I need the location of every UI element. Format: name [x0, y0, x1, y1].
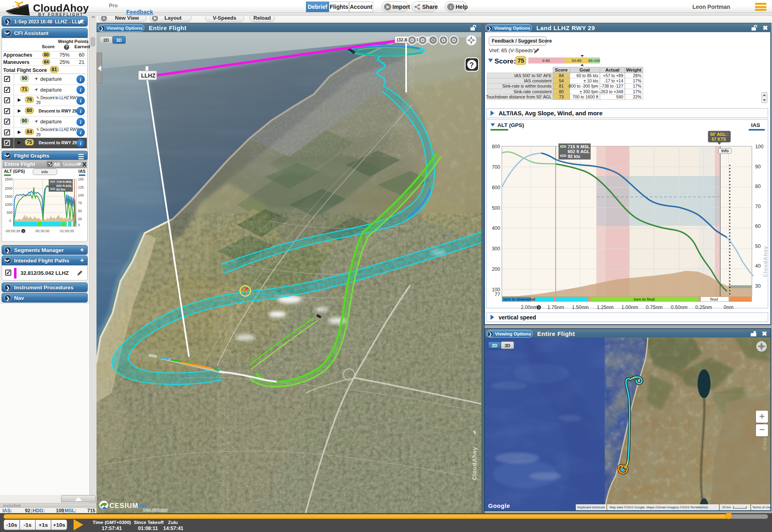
svg-text:Sink-rate is within bounds: Sink-rate is within bounds [502, 84, 552, 88]
svg-text:50: 50 [755, 243, 761, 249]
svg-text:Goal: Goal [579, 68, 590, 72]
svg-text:50' AGL□: 50' AGL□ [710, 132, 729, 137]
svg-text:Actual: Actual [605, 68, 619, 72]
svg-text:00:30:00: 00:30:00 [35, 229, 49, 233]
svg-text:602 ft AGL: 602 ft AGL [568, 149, 590, 154]
svg-text:92 kts: 92 kts [568, 154, 580, 159]
svg-text:800: 800 [492, 144, 500, 149]
svg-text:50-85: 50-85 [572, 58, 582, 63]
svg-text:CloudAhoy: CloudAhoy [471, 446, 478, 480]
svg-text:final: final [710, 297, 718, 301]
svg-text:ALT/IAS, Avg Slope, Wind, and: ALT/IAS, Avg Slope, Wind, and more [499, 110, 603, 117]
svg-text:84: 84 [559, 73, 564, 78]
svg-text:600: 600 [492, 185, 500, 190]
svg-text:Entire Flight: Entire Flight [4, 162, 35, 167]
svg-text:2.00nm: 2.00nm [521, 305, 538, 310]
svg-text:ALT (GPS): ALT (GPS) [4, 169, 25, 174]
svg-text:Info: Info [721, 149, 729, 153]
svg-text:+57 to +89: +57 to +89 [603, 73, 623, 78]
svg-text:100: 100 [78, 193, 84, 197]
svg-text:0nm: 0nm [724, 305, 733, 310]
svg-text:715 ft MSL: 715 ft MSL [56, 180, 72, 184]
svg-text:30: 30 [755, 283, 761, 289]
svg-text:± 300 fpm: ± 300 fpm [579, 89, 598, 94]
svg-text:01:00:00: 01:00:00 [60, 229, 74, 233]
svg-text:602 ft AGL: 602 ft AGL [56, 184, 72, 188]
svg-text:85-100: 85-100 [588, 58, 600, 63]
svg-text:715 ft MSL: 715 ft MSL [568, 144, 590, 149]
svg-text:Weight: Weight [626, 68, 641, 72]
svg-text:17%: 17% [633, 84, 641, 88]
svg-text:125: 125 [78, 185, 84, 189]
svg-text:0.75nm: 0.75nm [646, 305, 663, 310]
svg-text:CESIUM: CESIUM [109, 502, 138, 509]
svg-text:0.25nm: 0.25nm [695, 305, 712, 310]
svg-text:28%: 28% [633, 73, 641, 78]
svg-text:57 KTS: 57 KTS [712, 137, 726, 141]
svg-text:Terms of Use: Terms of Use [752, 505, 770, 509]
svg-text:54: 54 [559, 78, 564, 83]
svg-text:-800 to -300 fpm: -800 to -300 fpm [567, 84, 598, 88]
svg-text:Map data ©2023 Google, Mapa GI: Map data ©2023 Google, Mapa GISrael Imag… [610, 505, 708, 509]
svg-text:81: 81 [559, 84, 564, 88]
svg-text:1000: 1000 [5, 203, 12, 207]
svg-text:90: 90 [755, 164, 761, 170]
svg-text:17%: 17% [633, 89, 641, 94]
svg-text:Google: Google [488, 502, 510, 509]
svg-text:vertical speed: vertical speed [499, 314, 536, 321]
svg-text:-00:00:38: -00:00:38 [5, 229, 20, 233]
svg-text:?: ? [470, 61, 474, 69]
svg-text:-738 to -127: -738 to -127 [600, 84, 623, 88]
svg-text:92 kts: 92 kts [56, 188, 66, 191]
svg-text:Info: Info [41, 170, 48, 174]
svg-text:-2: -2 [8, 219, 11, 223]
svg-text:IAS: IAS [78, 169, 86, 174]
svg-text:LLHZ: LLHZ [141, 72, 156, 79]
svg-text:-263 to +348: -263 to +348 [600, 89, 623, 94]
svg-text:500: 500 [492, 205, 500, 211]
svg-text:Score: Score [555, 68, 568, 72]
svg-text:ALT (GPS): ALT (GPS) [497, 122, 524, 128]
svg-text:1.00nm: 1.00nm [621, 305, 638, 310]
svg-text:2000: 2000 [5, 186, 12, 190]
svg-text:Undock: Undock [63, 162, 79, 167]
svg-text:2500: 2500 [5, 177, 12, 181]
svg-text:590: 590 [616, 94, 623, 99]
svg-text:700: 700 [492, 164, 500, 170]
svg-text:?: ? [538, 306, 540, 310]
svg-text:17%: 17% [633, 78, 641, 83]
svg-text:All: All [54, 162, 60, 167]
svg-text:500: 500 [7, 211, 12, 215]
svg-text:73: 73 [559, 94, 564, 99]
svg-text:turn to downwind: turn to downwind [503, 297, 535, 301]
svg-text:50: 50 [78, 209, 82, 213]
svg-text:80: 80 [559, 89, 564, 94]
svg-text:70: 70 [755, 204, 761, 209]
svg-text:400: 400 [492, 225, 500, 231]
svg-text:BY FOREFLIGHT: BY FOREFLIGHT [38, 12, 84, 17]
svg-text:80: 80 [755, 184, 761, 189]
svg-text:1.25nm: 1.25nm [597, 305, 614, 310]
svg-text:300: 300 [492, 246, 500, 252]
svg-text:IAS 500' to 50' AFE: IAS 500' to 50' AFE [514, 73, 552, 78]
svg-text:100: 100 [755, 144, 764, 149]
svg-text:?: ? [23, 230, 25, 233]
svg-text:1.75nm: 1.75nm [547, 305, 564, 310]
svg-text:700 to 1600 ft: 700 to 1600 ft [573, 94, 598, 99]
svg-text:± 10 kts: ± 10 kts [583, 78, 598, 83]
svg-text:IAS: IAS [751, 122, 760, 128]
svg-text:IAS consistent: IAS consistent [524, 78, 552, 83]
svg-text:Sink-rate consistent: Sink-rate consistent [513, 89, 552, 94]
svg-text:150: 150 [78, 177, 84, 181]
svg-text:Feedback / Suggest Score: Feedback / Suggest Score [492, 38, 552, 44]
svg-text:20 km: 20 km [722, 505, 731, 509]
svg-text:Data attribution: Data attribution [143, 507, 168, 512]
svg-text:0.50nm: 0.50nm [671, 305, 688, 310]
svg-text:Vref: 65 (V-Speeds'): Vref: 65 (V-Speeds') [489, 47, 536, 53]
svg-text:60: 60 [755, 223, 761, 229]
svg-text:60 to 85 kts: 60 to 85 kts [577, 73, 598, 78]
svg-text:0-50: 0-50 [542, 58, 550, 63]
svg-text:25: 25 [78, 217, 82, 221]
svg-text:-17 to +14: -17 to +14 [604, 78, 623, 83]
svg-text:1500: 1500 [5, 194, 12, 198]
